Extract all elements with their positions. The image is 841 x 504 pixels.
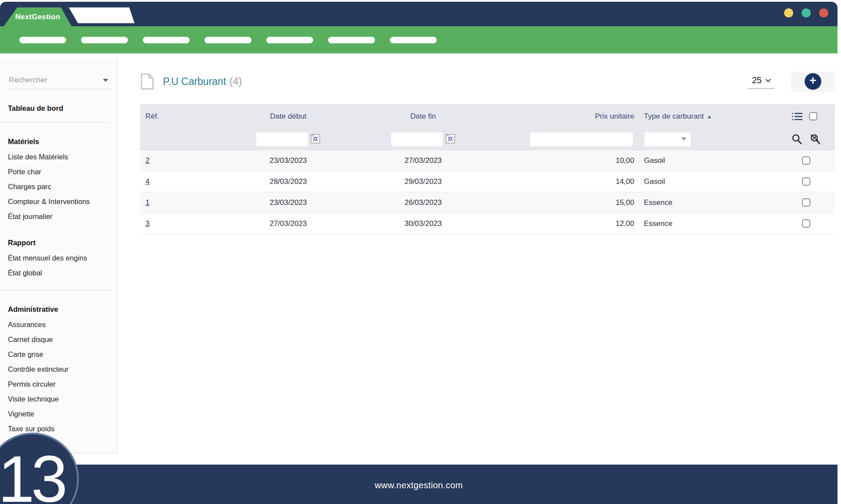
sidebar-item[interactable]: Assurances: [0, 317, 117, 332]
ref-link[interactable]: 4: [145, 177, 149, 186]
cell-type-carburant: Gasoil: [638, 177, 782, 186]
brand-tab[interactable]: NextGestion: [4, 7, 72, 27]
clear-filter-button[interactable]: [809, 134, 821, 145]
sidebar-sections: Tableau de bordMatérielsListe des Matéri…: [0, 104, 117, 451]
row-checkbox[interactable]: [802, 198, 810, 207]
cell-date-fin: 29/03/2023: [331, 177, 515, 186]
app-window: NextGestion Rechercher Tableau de bordMa…: [0, 2, 837, 504]
sidebar-item[interactable]: Porte char: [0, 164, 117, 179]
nav-pill[interactable]: [19, 37, 66, 43]
select-all-checkbox[interactable]: [809, 112, 817, 120]
search-icon: [791, 134, 802, 145]
search-select[interactable]: Rechercher: [8, 74, 111, 89]
apply-filter-button[interactable]: [791, 134, 802, 145]
footer-url: www.nextgestion.com: [375, 480, 463, 490]
row-checkbox[interactable]: [802, 177, 810, 186]
document-icon: [140, 73, 154, 90]
chevron-down-icon: [681, 137, 686, 141]
title-bar: NextGestion: [0, 2, 837, 26]
close-light-icon[interactable]: [819, 8, 828, 18]
nav-pill[interactable]: [390, 37, 437, 43]
add-record-button[interactable]: +: [791, 71, 835, 92]
content-row: Rechercher Tableau de bordMatérielsListe…: [0, 59, 837, 453]
column-header-type[interactable]: Type de carburant ▲: [638, 112, 782, 121]
divider: [0, 122, 111, 123]
sidebar-item[interactable]: État journalier: [0, 209, 117, 224]
table-header-row: Réf. Date début Date fin Prix unitaire T…: [140, 104, 835, 128]
nav-pills: [19, 37, 437, 43]
sidebar-item[interactable]: Compteur & Interventions: [0, 194, 117, 209]
cell-date-debut: 23/03/2023: [245, 198, 331, 207]
table-filter-row: [140, 128, 835, 150]
cell-prix-unitaire: 14,00: [515, 177, 638, 186]
search-off-icon: [809, 134, 821, 145]
sidebar-section-heading[interactable]: Rapport: [0, 239, 111, 247]
sort-asc-icon: ▲: [707, 114, 712, 119]
divider: [0, 290, 111, 290]
footer-bar: www.nextgestion.com: [0, 465, 837, 504]
header-actions: [782, 112, 835, 121]
sidebar-item[interactable]: Carnet disque: [0, 332, 117, 347]
brand-logo-text: NextGestion: [15, 13, 60, 21]
datepicker-fin-button[interactable]: [445, 134, 456, 145]
column-header-prix[interactable]: Prix unitaire: [515, 112, 638, 121]
sidebar-item[interactable]: Permis circuler: [0, 377, 117, 391]
table-row: 123/03/202326/03/202315,00Essence: [140, 192, 835, 213]
list-view-icon[interactable]: [792, 112, 802, 121]
table-body: 223/03/202327/03/202310,00Gasoil428/03/2…: [140, 150, 835, 234]
cell-date-debut: 27/03/2023: [245, 219, 331, 228]
column-header-ref[interactable]: Réf.: [140, 112, 245, 121]
row-checkbox[interactable]: [802, 156, 810, 165]
nav-pill[interactable]: [205, 37, 251, 43]
row-checkbox[interactable]: [802, 219, 810, 228]
data-table: Réf. Date début Date fin Prix unitaire T…: [140, 104, 835, 234]
table-row: 223/03/202327/03/202310,00Gasoil: [140, 150, 835, 171]
column-header-date-fin[interactable]: Date fin: [331, 112, 515, 121]
main-nav-bar: [0, 26, 837, 53]
sidebar-item[interactable]: Contrôle extincteur: [0, 362, 117, 377]
inactive-tab[interactable]: [69, 7, 134, 23]
minimize-light-icon[interactable]: [784, 8, 793, 18]
ref-link[interactable]: 1: [145, 198, 149, 207]
cell-date-fin: 30/03/2023: [331, 219, 515, 228]
ref-link[interactable]: 3: [145, 219, 149, 228]
cell-type-carburant: Essence: [638, 219, 782, 228]
calendar-icon: [311, 134, 320, 144]
main-content: P.U Carburant (4) 25 + Réf. Date début D…: [117, 59, 837, 234]
sidebar-item[interactable]: Liste des Matériels: [0, 149, 117, 164]
filter-date-debut-input[interactable]: [256, 132, 308, 147]
maximize-light-icon[interactable]: [802, 8, 811, 18]
cell-date-fin: 27/03/2023: [331, 156, 515, 165]
sidebar-item[interactable]: Vignette: [0, 406, 117, 421]
sidebar-item[interactable]: Taxe sur poids: [0, 421, 117, 436]
filter-type-select[interactable]: [644, 132, 691, 147]
calendar-icon: [445, 134, 455, 144]
filter-date-fin-input[interactable]: [391, 132, 443, 147]
page-header: P.U Carburant (4) 25 +: [140, 70, 835, 92]
cell-prix-unitaire: 12,00: [515, 219, 638, 228]
datepicker-debut-button[interactable]: [310, 134, 321, 145]
cell-date-fin: 26/03/2023: [331, 198, 515, 207]
sidebar-item[interactable]: Charges parc: [0, 179, 117, 194]
ref-link[interactable]: 2: [145, 156, 149, 165]
sidebar-item[interactable]: Visite technique: [0, 391, 117, 406]
nav-pill[interactable]: [266, 37, 313, 43]
sidebar-section-heading[interactable]: Tableau de bord: [0, 104, 111, 113]
sidebar-item[interactable]: Carte grise: [0, 347, 117, 362]
column-header-date-debut[interactable]: Date début: [245, 112, 331, 121]
sidebar-section-heading[interactable]: Administrative: [0, 305, 111, 314]
sidebar-section-heading[interactable]: Matériels: [0, 137, 111, 146]
nav-pill[interactable]: [143, 37, 190, 43]
filter-prix-input[interactable]: [530, 132, 633, 147]
cell-date-debut: 28/03/2023: [245, 177, 331, 186]
sidebar: Rechercher Tableau de bordMatérielsListe…: [0, 59, 117, 453]
sidebar-item[interactable]: État mensuel des engins: [0, 250, 117, 265]
sidebar-item[interactable]: État global: [0, 265, 117, 280]
cell-prix-unitaire: 15,00: [515, 198, 638, 207]
plus-icon: +: [805, 73, 821, 90]
cell-date-debut: 23/03/2023: [245, 156, 331, 165]
page-size-select[interactable]: 25: [748, 74, 774, 89]
cell-prix-unitaire: 10,00: [515, 156, 638, 165]
nav-pill[interactable]: [81, 37, 128, 43]
nav-pill[interactable]: [328, 37, 375, 43]
